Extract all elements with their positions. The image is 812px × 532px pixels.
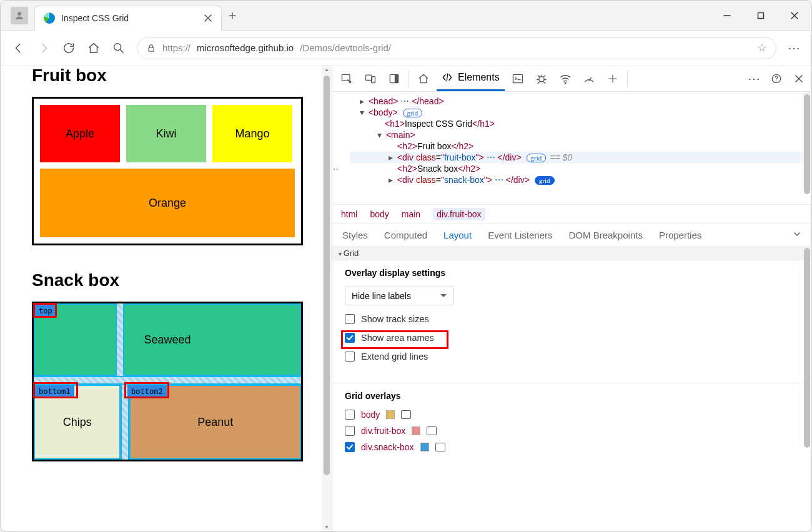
dom-tree[interactable]: ⋯ ▸ <head> ⋯ </head> ▾ <body> grid <h1>I… xyxy=(332,92,811,204)
profile-avatar[interactable] xyxy=(11,7,28,24)
crumb-body[interactable]: body xyxy=(370,209,389,219)
extend-grid-lines-row[interactable]: Extend grid lines xyxy=(345,352,799,362)
crumb-main[interactable]: main xyxy=(402,209,420,219)
grid-overlays-heading: Grid overlays xyxy=(345,391,799,401)
help-icon[interactable] xyxy=(768,70,785,87)
show-area-names-row[interactable]: Show area names xyxy=(345,333,799,343)
url-host: microsoftedge.github.io xyxy=(197,42,294,53)
device-icon[interactable] xyxy=(360,69,381,89)
devtools-toolbar: Elements ⋯ xyxy=(332,66,811,92)
home-button[interactable] xyxy=(87,41,101,55)
overlay-fruit-row[interactable]: div.fruit-box xyxy=(345,426,799,436)
new-tab-button[interactable]: ＋ xyxy=(222,5,243,26)
tab-chevron-icon[interactable] xyxy=(793,230,801,240)
network-icon[interactable] xyxy=(555,69,576,89)
overlay-snack-row[interactable]: div.snack-box xyxy=(345,442,799,452)
page-scrollbar[interactable] xyxy=(322,66,332,531)
tab-layout[interactable]: Layout xyxy=(443,230,472,240)
tab-computed[interactable]: Computed xyxy=(384,230,427,240)
snack-chips: Chips xyxy=(34,385,121,460)
performance-icon[interactable] xyxy=(578,69,600,89)
fruit-mango: Mango xyxy=(212,105,292,162)
devtools-close-icon[interactable] xyxy=(790,70,808,87)
svg-rect-8 xyxy=(395,74,399,82)
tab-dombp[interactable]: DOM Breakpoints xyxy=(569,230,643,240)
snack-seaweed: Seaweed xyxy=(34,303,301,376)
add-tab-icon[interactable] xyxy=(602,69,623,89)
svg-rect-9 xyxy=(513,74,522,82)
dom-overflow-icon[interactable]: ⋯ xyxy=(332,164,340,174)
window-buttons xyxy=(710,1,811,31)
tab-styles[interactable]: Styles xyxy=(342,230,368,240)
inspect-mini-icon[interactable] xyxy=(427,426,437,435)
close-button[interactable] xyxy=(778,1,811,31)
crumb-html[interactable]: html xyxy=(341,209,357,219)
dock-icon[interactable] xyxy=(384,69,405,89)
address-bar[interactable]: https://microsoftedge.github.io/Demos/de… xyxy=(137,37,776,59)
fruit-box: Apple Kiwi Mango Orange xyxy=(32,97,303,245)
overlay-settings-heading: Overlay display settings xyxy=(345,268,799,278)
elements-label: Elements xyxy=(458,72,500,83)
snack-heading: Snack box xyxy=(32,270,303,290)
tab-listeners[interactable]: Event Listeners xyxy=(488,230,552,240)
line-labels-select[interactable]: Hide line labels xyxy=(345,287,453,305)
inspect-mini-icon[interactable] xyxy=(435,443,445,451)
snack-box: Seaweed Chips Peanut top bottom1 b xyxy=(32,302,303,461)
overlay-body-row[interactable]: body xyxy=(345,410,799,420)
favorite-icon[interactable]: ☆ xyxy=(757,41,767,55)
elements-tab[interactable]: Elements xyxy=(437,66,505,91)
search-button[interactable] xyxy=(112,41,126,55)
styles-subtabs: Styles Computed Layout Event Listeners D… xyxy=(332,223,811,247)
tab-title: Inspect CSS Grid xyxy=(61,13,197,23)
scroll-down-icon[interactable] xyxy=(324,524,330,530)
svg-point-11 xyxy=(565,82,566,83)
svg-point-0 xyxy=(17,12,21,16)
tab-properties[interactable]: Properties xyxy=(659,230,701,240)
bug-icon[interactable] xyxy=(531,69,552,89)
menu-button[interactable]: ⋯ xyxy=(788,41,800,56)
titlebar: Inspect CSS Grid ＋ xyxy=(1,1,811,31)
url-scheme: https:// xyxy=(162,42,191,53)
content-area: Fruit box Apple Kiwi Mango Orange Snack … xyxy=(1,66,811,531)
dom-scrollbar[interactable] xyxy=(803,92,811,189)
minimize-button[interactable] xyxy=(710,1,744,31)
fruit-heading: Fruit box xyxy=(32,66,303,86)
devtools: Elements ⋯ ⋯ ▸ <head> ⋯ </head> xyxy=(332,66,811,531)
crumb-selected[interactable]: div.fruit-box xyxy=(433,208,485,220)
snack-peanut: Peanut xyxy=(129,385,301,460)
browser-tab[interactable]: Inspect CSS Grid xyxy=(34,6,222,31)
fruit-kiwi: Kiwi xyxy=(126,105,206,162)
maximize-button[interactable] xyxy=(744,1,778,31)
grid-section-header[interactable]: Grid xyxy=(332,247,811,260)
browser-window: Inspect CSS Grid ＋ https://microsoftedge… xyxy=(0,0,812,532)
close-icon[interactable] xyxy=(204,14,212,22)
scroll-up-icon[interactable] xyxy=(324,67,330,73)
fruit-orange: Orange xyxy=(40,169,295,237)
back-button[interactable] xyxy=(12,41,26,55)
inspect-icon[interactable] xyxy=(336,69,357,89)
forward-button[interactable] xyxy=(37,41,51,55)
svg-point-10 xyxy=(539,76,544,81)
lock-icon xyxy=(146,43,156,53)
refresh-button[interactable] xyxy=(62,41,76,55)
svg-rect-3 xyxy=(149,47,154,51)
elements-breadcrumbs[interactable]: html body main div.fruit-box xyxy=(332,204,811,223)
navbar: https://microsoftedge.github.io/Demos/de… xyxy=(1,31,811,66)
svg-rect-4 xyxy=(342,74,350,81)
layout-panel: Grid Overlay display settings Hide line … xyxy=(332,247,811,531)
svg-point-2 xyxy=(114,43,121,50)
url-path: /Demos/devtools-grid/ xyxy=(300,42,391,53)
edge-favicon xyxy=(44,12,55,24)
svg-rect-1 xyxy=(758,12,764,18)
panel-scrollbar[interactable] xyxy=(803,247,811,531)
fruit-apple: Apple xyxy=(40,105,120,162)
console-icon[interactable] xyxy=(507,69,528,89)
inspect-mini-icon[interactable] xyxy=(401,410,411,419)
show-track-sizes-row[interactable]: Show track sizes xyxy=(345,314,799,324)
welcome-tab-icon[interactable] xyxy=(413,69,434,89)
page-viewport: Fruit box Apple Kiwi Mango Orange Snack … xyxy=(1,66,332,531)
code-icon xyxy=(442,72,453,83)
devtools-more-icon[interactable]: ⋯ xyxy=(745,70,763,87)
person-icon xyxy=(14,10,25,21)
